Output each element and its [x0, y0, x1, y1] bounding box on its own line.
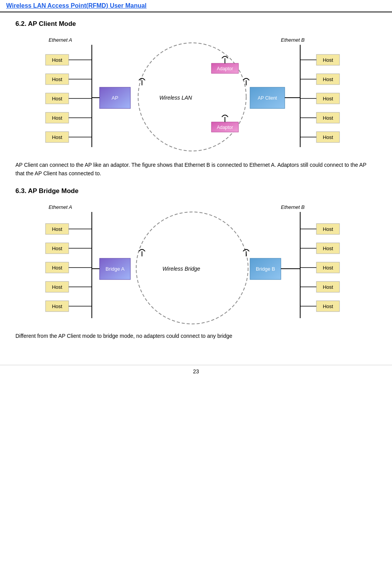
adaptor1-antenna-top	[222, 56, 228, 58]
page-header: Wireless LAN Access Point(RFMD) User Man…	[0, 0, 392, 12]
wireless-label-2: Wireless Bridge	[162, 266, 200, 272]
section2-paragraph: Different from the AP Client mode to bri…	[15, 332, 377, 340]
host-right-2-text: Host	[323, 76, 333, 82]
wireless-label-1: Wireless LAN	[159, 95, 193, 101]
eth-b-label-2: Ethernet B	[281, 204, 305, 210]
host-b-left-4-text: Host	[52, 284, 63, 290]
eth-b-label-1: Ethernet B	[281, 37, 305, 43]
adaptor2-antenna-top	[222, 115, 228, 117]
host-left-1-text: Host	[52, 57, 63, 63]
host-right-3-text: Host	[323, 96, 333, 102]
apclient-antenna-top	[243, 78, 249, 80]
ap-antenna-top	[139, 78, 145, 80]
host-left-2-text: Host	[52, 76, 63, 82]
host-right-5-text: Host	[323, 134, 333, 140]
eth-a-label-1: Ethernet A	[49, 37, 72, 43]
ap-label: AP	[112, 95, 118, 101]
page-content: 6.2. AP Client Mode Ethernet A Ethernet …	[0, 12, 392, 357]
host-right-1-text: Host	[323, 57, 333, 63]
eth-a-label-2: Ethernet A	[49, 204, 72, 210]
section1-title: 6.2. AP Client Mode	[15, 20, 377, 28]
ap-client-diagram: Ethernet A Ethernet B Wireless LAN Host …	[22, 33, 370, 161]
host-b-left-3-text: Host	[52, 265, 63, 271]
bridge-a-label: Bridge A	[105, 266, 124, 272]
bridge-a-antenna-top	[139, 249, 145, 251]
page-title: Wireless LAN Access Point(RFMD) User Man…	[6, 2, 386, 9]
section1-paragraph: AP Client can connect to the AP like an …	[15, 161, 377, 178]
host-b-right-2-text: Host	[323, 246, 333, 251]
bridge-b-label: Bridge B	[256, 266, 275, 272]
adaptor1-label: Adaptor	[217, 66, 233, 71]
host-b-left-5-text: Host	[52, 303, 63, 309]
host-b-right-1-text: Host	[323, 226, 333, 232]
host-b-right-4-text: Host	[323, 284, 333, 290]
apclient-label: AP Client	[258, 95, 277, 101]
adaptor2-label: Adaptor	[217, 125, 233, 130]
page-number: 23	[193, 368, 199, 375]
host-b-left-1-text: Host	[52, 226, 63, 232]
host-b-right-5-text: Host	[323, 303, 333, 309]
host-left-4-text: Host	[52, 115, 63, 121]
host-b-right-3-text: Host	[323, 265, 333, 271]
bridge-b-antenna-top	[243, 249, 249, 251]
host-right-4-text: Host	[323, 115, 333, 121]
host-b-left-2-text: Host	[52, 246, 63, 251]
section2-title: 6.3. AP Bridge Mode	[15, 187, 377, 195]
wireless-circle-1	[138, 43, 246, 151]
host-left-3-text: Host	[52, 96, 63, 102]
host-left-5-text: Host	[52, 134, 63, 140]
ap-bridge-diagram: Ethernet A Ethernet B Wireless Bridge Ho…	[22, 200, 370, 332]
page-footer: 23	[0, 365, 392, 378]
